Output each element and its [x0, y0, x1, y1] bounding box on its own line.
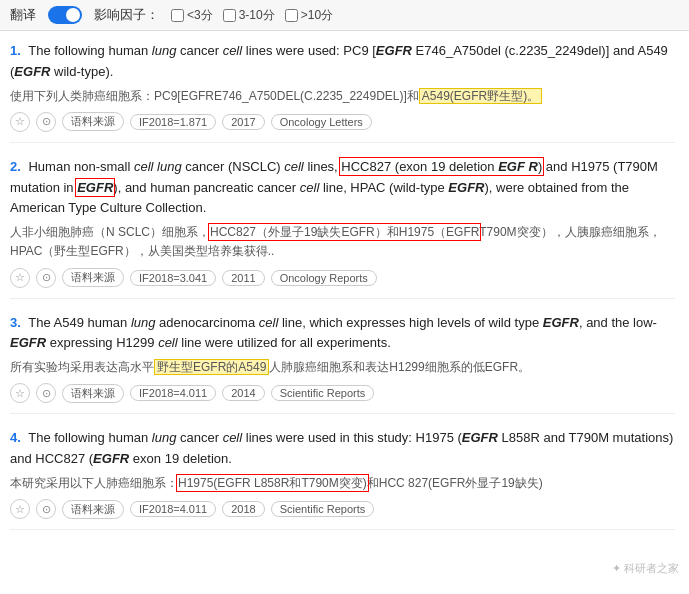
r4-cn-after: 和HCC 827(EGFR外显子19缺失): [367, 476, 543, 490]
filter-gt10-label: >10分: [301, 7, 333, 24]
translate-toggle[interactable]: [48, 6, 82, 24]
result-2-cn: 人非小细胞肺癌（N SCLC）细胞系，HCC827（外显子19缺失EGFR）和H…: [10, 223, 675, 261]
result-4-star[interactable]: ☆: [10, 499, 30, 519]
r2-t1: Human non-small: [28, 159, 134, 174]
result-2-meta: ☆ ⊙ 语料来源 IF2018=3.041 2011 Oncology Repo…: [10, 268, 675, 288]
r3-t2: adenocarcinoma: [155, 315, 258, 330]
r1-cn-highlight: A549(EGFR野生型)。: [419, 88, 542, 104]
watermark-icon: ✦: [612, 562, 621, 574]
filter-3-10[interactable]: 3-10分: [223, 7, 275, 24]
result-2-star[interactable]: ☆: [10, 268, 30, 288]
filter-group: <3分 3-10分 >10分: [171, 7, 333, 24]
result-4-journal: Scientific Reports: [271, 501, 375, 517]
result-3-source-tag[interactable]: 语料来源: [62, 384, 124, 403]
result-1-journal: Oncology Letters: [271, 114, 372, 130]
r1-t1: The following human: [28, 43, 152, 58]
result-1-en: 1. The following human lung cancer cell …: [10, 41, 675, 83]
toggle-track: [48, 6, 82, 24]
result-1-copy[interactable]: ⊙: [36, 112, 56, 132]
filter-gt10-checkbox[interactable]: [285, 9, 298, 22]
r2-cell: cell: [284, 159, 304, 174]
r4-t5: exon 19 deletion.: [129, 451, 232, 466]
filter-gt10[interactable]: >10分: [285, 7, 333, 24]
result-1-source-tag[interactable]: 语料来源: [62, 112, 124, 131]
result-1-cn: 使用下列人类肺癌细胞系：PC9[EGFRE746_A750DEL(C.2235_…: [10, 87, 675, 106]
result-3-cn: 所有实验均采用表达高水平野生型EGFR的A549人肺腺癌细胞系和表达H1299细…: [10, 358, 675, 377]
result-4-copy[interactable]: ⊙: [36, 499, 56, 519]
result-item-2: 2. Human non-small cell lung cancer (NSC…: [10, 157, 675, 299]
r4-t1: The following human: [28, 430, 152, 445]
results-content: 1. The following human lung cancer cell …: [0, 31, 689, 554]
filter-lt3-checkbox[interactable]: [171, 9, 184, 22]
r2-egfr2: EGFR: [77, 180, 113, 195]
result-2-journal: Oncology Reports: [271, 270, 377, 286]
result-2-en: 2. Human non-small cell lung cancer (NSC…: [10, 157, 675, 219]
result-1-star[interactable]: ☆: [10, 112, 30, 132]
r2-hcc827: HCC827 (exon 19 deletion EGF R): [341, 159, 542, 174]
r3-t6: line were utilized for all experiments.: [178, 335, 391, 350]
r1-cn-before: 使用下列人类肺癌细胞系：PC9[EGFRE746_A750DEL(C.2235_…: [10, 89, 419, 103]
r3-cn-highlight: 野生型EGFR的A549: [154, 359, 269, 375]
result-2-if: IF2018=3.041: [130, 270, 216, 286]
filter-lt3-label: <3分: [187, 7, 213, 24]
toggle-thumb: [66, 8, 80, 22]
result-3-en: 3. The A549 human lung adenocarcinoma ce…: [10, 313, 675, 355]
r2-t3: lines,: [304, 159, 342, 174]
result-3-year: 2014: [222, 385, 264, 401]
r1-egfr1: EGFR: [376, 43, 412, 58]
r3-egfr2: EGFR: [10, 335, 46, 350]
result-item-4: 4. The following human lung cancer cell …: [10, 428, 675, 530]
filter-3-10-label: 3-10分: [239, 7, 275, 24]
r3-t5: expressing H1299: [46, 335, 158, 350]
result-3-copy[interactable]: ⊙: [36, 383, 56, 403]
watermark: ✦ 科研者之家: [612, 561, 679, 576]
result-4-cn: 本研究采用以下人肺癌细胞系：H1975(EGFR L858R和T790M突变)和…: [10, 474, 675, 493]
r1-t5: wild-type).: [50, 64, 113, 79]
result-item-1: 1. The following human lung cancer cell …: [10, 41, 675, 143]
r4-t2: cancer: [176, 430, 222, 445]
r3-cn-after: 人肺腺癌细胞系和表达H1299细胞系的低EGFR。: [269, 360, 530, 374]
toolbar: 翻译 影响因子： <3分 3-10分 >10分: [0, 0, 689, 31]
result-2-number: 2.: [10, 159, 21, 174]
result-4-source-tag[interactable]: 语料来源: [62, 500, 124, 519]
r2-cn-before: 人非小细胞肺癌（N SCLC）细胞系，: [10, 225, 210, 239]
result-1-number: 1.: [10, 43, 21, 58]
r4-lung: lung: [152, 430, 177, 445]
result-item-3: 3. The A549 human lung adenocarcinoma ce…: [10, 313, 675, 415]
r1-egfr2: EGFR: [14, 64, 50, 79]
result-4-meta: ☆ ⊙ 语料来源 IF2018=4.011 2018 Scientific Re…: [10, 499, 675, 519]
r3-cell: cell: [259, 315, 279, 330]
result-2-year: 2011: [222, 270, 264, 286]
result-1-meta: ☆ ⊙ 语料来源 IF2018=1.871 2017 Oncology Lett…: [10, 112, 675, 132]
result-3-star[interactable]: ☆: [10, 383, 30, 403]
impact-label: 影响因子：: [94, 6, 159, 24]
filter-lt3[interactable]: <3分: [171, 7, 213, 24]
r3-t3: line, which expresses high levels of wil…: [278, 315, 542, 330]
r4-egfr1: EGFR: [462, 430, 498, 445]
r3-egfr1: EGFR: [543, 315, 579, 330]
result-2-copy[interactable]: ⊙: [36, 268, 56, 288]
r2-cell-lung: cell lung: [134, 159, 182, 174]
r4-egfr2: EGFR: [93, 451, 129, 466]
translate-label: 翻译: [10, 6, 36, 24]
r2-cn-highlight: HCC827（外显子19缺失EGFR）和H1975（EGFR: [210, 225, 479, 239]
r1-lung: lung: [152, 43, 177, 58]
result-1-if: IF2018=1.871: [130, 114, 216, 130]
r3-cn-before: 所有实验均采用表达高水平: [10, 360, 154, 374]
filter-3-10-checkbox[interactable]: [223, 9, 236, 22]
result-1-year: 2017: [222, 114, 264, 130]
r2-t5: ), and human pancreatic cancer: [113, 180, 299, 195]
result-3-journal: Scientific Reports: [271, 385, 375, 401]
result-4-if: IF2018=4.011: [130, 501, 216, 517]
r3-cell2: cell: [158, 335, 178, 350]
r1-cell: cell: [223, 43, 243, 58]
result-4-en: 4. The following human lung cancer cell …: [10, 428, 675, 470]
r4-cn-before: 本研究采用以下人肺癌细胞系：: [10, 476, 178, 490]
r3-t1: The A549 human: [28, 315, 131, 330]
r2-cell2: cell: [300, 180, 320, 195]
result-2-source-tag[interactable]: 语料来源: [62, 268, 124, 287]
watermark-text: 科研者之家: [624, 562, 679, 574]
r2-egfr3: EGFR: [448, 180, 484, 195]
r3-t4: , and the low-: [579, 315, 657, 330]
r4-t3: lines were used in this study: H1975 (: [242, 430, 462, 445]
